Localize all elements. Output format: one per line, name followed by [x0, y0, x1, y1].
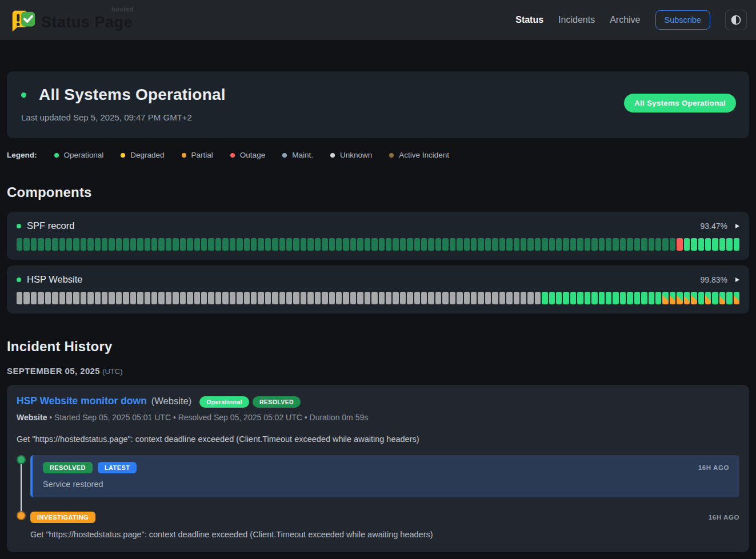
uptime-bar[interactable] — [712, 238, 718, 251]
uptime-bar[interactable] — [173, 292, 178, 304]
uptime-bar[interactable] — [130, 292, 136, 304]
uptime-bar[interactable] — [506, 238, 512, 251]
uptime-bar[interactable] — [208, 238, 214, 251]
uptime-bar[interactable] — [81, 238, 86, 251]
uptime-bar[interactable] — [585, 238, 590, 251]
uptime-bar[interactable] — [521, 238, 526, 251]
uptime-bar[interactable] — [307, 238, 313, 251]
uptime-bar[interactable] — [265, 238, 271, 251]
uptime-bar[interactable] — [322, 292, 327, 304]
uptime-bar[interactable] — [73, 238, 79, 251]
uptime-bar[interactable] — [662, 292, 668, 304]
uptime-bar[interactable] — [307, 292, 313, 304]
nav-link-status[interactable]: Status — [515, 15, 543, 25]
uptime-bar[interactable] — [222, 238, 228, 251]
uptime-bar[interactable] — [343, 238, 349, 251]
uptime-bar[interactable] — [350, 238, 356, 251]
uptime-bar[interactable] — [634, 292, 640, 304]
component-header-row[interactable]: SPF record93.47% — [17, 220, 739, 231]
uptime-bar[interactable] — [407, 238, 413, 251]
uptime-bar[interactable] — [698, 292, 704, 304]
uptime-bar[interactable] — [87, 292, 93, 304]
uptime-bar[interactable] — [386, 292, 391, 304]
uptime-bar[interactable] — [591, 292, 597, 304]
uptime-bar[interactable] — [123, 238, 129, 251]
uptime-bar[interactable] — [719, 292, 725, 304]
uptime-bar[interactable] — [712, 292, 718, 304]
uptime-bar[interactable] — [577, 238, 583, 251]
uptime-bar[interactable] — [577, 292, 583, 304]
uptime-bar[interactable] — [606, 292, 611, 304]
uptime-bar[interactable] — [549, 292, 555, 304]
uptime-bar[interactable] — [329, 292, 335, 304]
uptime-bar[interactable] — [591, 238, 597, 251]
uptime-bar[interactable] — [66, 238, 72, 251]
uptime-bar[interactable] — [237, 292, 242, 304]
uptime-bar[interactable] — [230, 292, 235, 304]
uptime-bar[interactable] — [379, 292, 385, 304]
uptime-bar[interactable] — [357, 238, 363, 251]
uptime-bar[interactable] — [166, 238, 171, 251]
uptime-bar[interactable] — [145, 292, 150, 304]
uptime-bar[interactable] — [698, 238, 704, 251]
uptime-bar[interactable] — [45, 238, 51, 251]
uptime-bar[interactable] — [286, 292, 292, 304]
uptime-bar[interactable] — [641, 292, 647, 304]
nav-link-archive[interactable]: Archive — [610, 15, 640, 25]
uptime-bar[interactable] — [279, 238, 285, 251]
uptime-bar[interactable] — [499, 238, 505, 251]
uptime-bar[interactable] — [244, 292, 250, 304]
uptime-bar[interactable] — [23, 238, 29, 251]
uptime-bar[interactable] — [570, 238, 576, 251]
uptime-bar[interactable] — [293, 292, 299, 304]
uptime-bar[interactable] — [563, 292, 569, 304]
uptime-bar[interactable] — [315, 238, 321, 251]
uptime-bar[interactable] — [478, 238, 483, 251]
expand-arrow-icon[interactable] — [735, 224, 739, 228]
uptime-bar[interactable] — [471, 238, 477, 251]
uptime-bar[interactable] — [627, 292, 633, 304]
uptime-bar[interactable] — [499, 292, 505, 304]
uptime-bar[interactable] — [556, 292, 562, 304]
uptime-bar[interactable] — [322, 238, 327, 251]
uptime-bar[interactable] — [180, 292, 186, 304]
uptime-bar[interactable] — [59, 292, 65, 304]
uptime-bar[interactable] — [386, 238, 391, 251]
uptime-bar[interactable] — [457, 292, 462, 304]
uptime-bar[interactable] — [719, 238, 725, 251]
nav-link-incidents[interactable]: Incidents — [558, 15, 595, 25]
uptime-bar[interactable] — [570, 292, 576, 304]
uptime-bar[interactable] — [407, 292, 413, 304]
uptime-bar[interactable] — [116, 292, 122, 304]
uptime-bar[interactable] — [521, 292, 526, 304]
uptime-bar[interactable] — [66, 292, 72, 304]
uptime-bar[interactable] — [485, 292, 491, 304]
uptime-bar[interactable] — [393, 292, 398, 304]
uptime-bar[interactable] — [662, 238, 668, 251]
uptime-bar[interactable] — [286, 238, 292, 251]
uptime-bar[interactable] — [421, 238, 427, 251]
brand[interactable]: hosted Status Page — [9, 7, 133, 33]
uptime-bar[interactable] — [464, 238, 470, 251]
uptime-bar[interactable] — [350, 292, 356, 304]
uptime-bar[interactable] — [166, 292, 171, 304]
uptime-bar[interactable] — [258, 238, 263, 251]
uptime-bar[interactable] — [527, 238, 533, 251]
uptime-bar[interactable] — [38, 292, 43, 304]
uptime-bar[interactable] — [194, 238, 200, 251]
uptime-bar[interactable] — [258, 292, 263, 304]
uptime-bar[interactable] — [620, 292, 626, 304]
uptime-bar[interactable] — [684, 238, 690, 251]
uptime-bar[interactable] — [272, 292, 278, 304]
uptime-bar[interactable] — [542, 238, 547, 251]
uptime-bar[interactable] — [102, 292, 107, 304]
uptime-bar[interactable] — [201, 238, 207, 251]
uptime-bar[interactable] — [684, 292, 690, 304]
uptime-bar[interactable] — [95, 238, 101, 251]
uptime-bar[interactable] — [414, 292, 420, 304]
uptime-bar[interactable] — [527, 292, 533, 304]
uptime-bar[interactable] — [393, 238, 398, 251]
uptime-bar[interactable] — [734, 292, 739, 304]
uptime-bar[interactable] — [670, 238, 675, 251]
uptime-bar[interactable] — [485, 238, 491, 251]
